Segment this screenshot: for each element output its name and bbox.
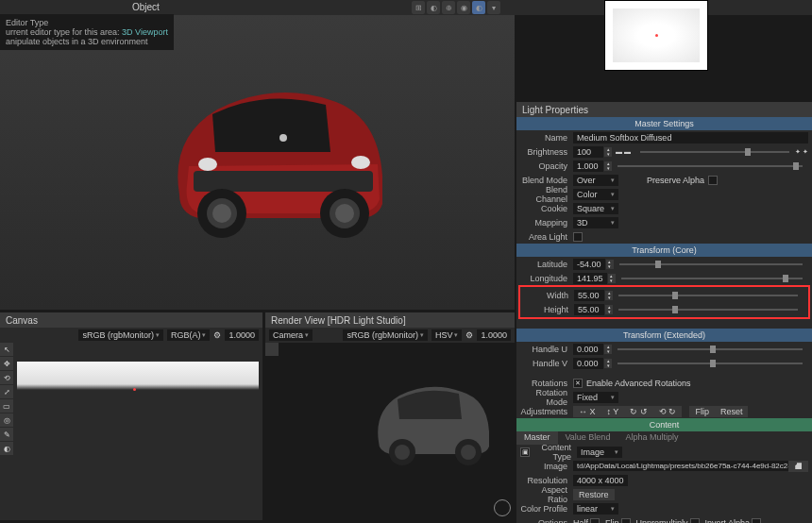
handle-v-spinner[interactable]: ▴▾ [604,359,612,368]
invert-alpha-checkbox[interactable] [752,518,761,524]
blend-mode-dropdown[interactable]: Over▾ [573,175,618,186]
render-title: Render View [HDR Light Studio] [265,312,515,328]
render-colorspace-dropdown[interactable]: sRGB (rgbMonitor)▾ [343,329,428,341]
render-camera-dropdown[interactable]: Camera▾ [269,329,313,341]
render-zoom[interactable]: 1.0000 [477,329,511,341]
brightness-slider[interactable] [640,151,789,153]
height-spinner[interactable]: ▴▾ [605,305,613,314]
tool-move-icon[interactable]: ✥ [0,357,13,370]
handle-u-spinner[interactable]: ▴▾ [604,345,612,354]
rotation-mode-dropdown[interactable]: Fixed▾ [573,392,618,403]
width-height-highlight: Width55.00▴▾ Height55.00▴▾ [518,285,810,319]
toolbar-icon-3[interactable]: ⊕ [442,1,455,14]
cookie-dropdown[interactable]: Square▾ [573,203,618,214]
render-viewport[interactable] [265,343,515,520]
brightness-spinner[interactable]: ▴▾ [604,147,612,157]
browse-icon[interactable]: ⛘ [788,461,808,472]
restore-button[interactable]: Restore [573,489,615,500]
image-path-field[interactable]: td/AppData/Local/Lightmap/presets/bb26e7… [573,461,788,471]
rotations-checkbox[interactable]: ✕ [573,379,583,388]
width-spinner[interactable]: ▴▾ [605,291,613,300]
tool-brush-icon[interactable]: ✎ [0,428,13,441]
tool-target-icon[interactable]: ◎ [0,413,13,427]
object-mode-label[interactable]: Object [132,2,160,12]
adj-rot1-button[interactable]: ↻ ↺ [624,406,653,417]
viewport-3d[interactable] [0,15,515,310]
opacity-slider[interactable] [617,165,803,167]
resolution-value: 4000 x 4000 [573,475,628,486]
longitude-slider[interactable] [621,278,803,279]
brightness-field[interactable]: 100 [573,146,603,158]
adj-x-button[interactable]: ↔ X [573,406,601,417]
light-properties-header: Light Properties [516,102,812,117]
svg-point-7 [198,158,217,171]
half-checkbox[interactable] [590,518,600,524]
longitude-spinner[interactable]: ▴▾ [608,274,616,283]
unpremultiply-checkbox[interactable] [690,518,700,524]
content-type-link-checkbox[interactable]: ▣ [520,447,530,457]
tool-misc-icon[interactable]: ◐ [0,442,13,455]
editor-type-tooltip: Editor Type urrent editor type for this … [0,14,174,50]
handle-v-slider[interactable] [617,363,803,364]
transform-core-header[interactable]: Transform (Core) [516,244,812,257]
preserve-alpha-checkbox[interactable] [708,176,718,185]
tooltip-link[interactable]: 3D Viewport [122,27,168,37]
color-profile-dropdown[interactable]: linear▾ [573,503,618,515]
sun-icon[interactable] [494,499,511,516]
toolbar-icon-1[interactable]: ⊞ [412,1,425,14]
svg-point-8 [351,156,370,169]
handle-u-field[interactable]: 0.000 [573,344,603,355]
handle-u-slider[interactable] [617,348,803,350]
master-settings-header[interactable]: Master Settings [516,117,812,130]
flip-checkbox[interactable] [621,518,631,524]
toolbar-icon-2[interactable]: ◐ [427,1,440,14]
handle-v-field[interactable]: 0.000 [573,358,603,369]
flip-button[interactable]: Flip [689,406,715,417]
svg-point-11 [395,445,410,460]
canvas-viewport[interactable]: ↖ ✥ ⟲ ⤢ ▭ ◎ ✎ ◐ [0,343,262,520]
name-field[interactable]: Medium Softbox Diffused [573,132,808,143]
svg-rect-0 [194,171,373,192]
reset-button[interactable]: Reset [715,406,749,417]
longitude-field[interactable]: 141.95 [573,273,607,284]
toolbar-icon-5[interactable]: ◐ [472,1,485,14]
gear-icon[interactable]: ⚙ [213,330,221,340]
content-type-dropdown[interactable]: Image▾ [577,447,622,458]
width-slider[interactable] [618,295,798,296]
tool-rotate-icon[interactable]: ⟲ [0,371,13,384]
car-model-gray [360,371,501,475]
svg-point-3 [212,204,231,223]
tool-pointer-icon[interactable]: ↖ [0,343,13,356]
hdri-map [17,362,259,418]
height-field[interactable]: 55.00 [574,304,604,315]
blend-channel-dropdown[interactable]: Color▾ [573,189,618,200]
adj-rot2-button[interactable]: ⟲ ↻ [653,406,683,417]
toolbar-icon-6[interactable]: ▾ [487,1,500,14]
render-controls: Camera▾ sRGB (rgbMonitor)▾ HSV▾ ⚙ 1.0000 [265,328,515,343]
width-field[interactable]: 55.00 [574,290,604,301]
adj-y-button[interactable]: ↕ Y [601,406,625,417]
canvas-colorspace-dropdown[interactable]: sRGB (rgbMonitor)▾ [78,329,163,341]
tool-rect-icon[interactable]: ▭ [0,399,13,413]
svg-point-9 [279,134,287,142]
gear-icon[interactable]: ⚙ [465,330,473,340]
mapping-dropdown[interactable]: 3D▾ [573,217,618,228]
tab-alpha-multiply[interactable]: Alpha Multiply [617,431,685,445]
latitude-field[interactable]: -54.00 [573,259,605,270]
render-channel-dropdown[interactable]: HSV▾ [431,329,463,341]
opacity-spinner[interactable]: ▴▾ [604,161,612,171]
opacity-field[interactable]: 1.000 [573,160,603,172]
transform-extended-header[interactable]: Transform (Extended) [516,329,812,342]
canvas-controls: sRGB (rgbMonitor)▾ RGB(A)▾ ⚙ 1.0000 [0,328,262,343]
height-slider[interactable] [618,309,798,311]
area-light-checkbox[interactable] [573,232,583,242]
canvas-channel-dropdown[interactable]: RGB(A)▾ [167,329,211,341]
canvas-zoom[interactable]: 1.0000 [225,329,259,341]
light-preview-thumb[interactable] [604,0,708,71]
latitude-spinner[interactable]: ▴▾ [606,260,614,269]
latitude-slider[interactable] [619,263,803,265]
toolbar-icon-4[interactable]: ◉ [457,1,470,14]
tool-scale-icon[interactable]: ⤢ [0,385,13,398]
render-tool-icon[interactable] [265,343,279,356]
content-header[interactable]: Content [516,418,812,431]
